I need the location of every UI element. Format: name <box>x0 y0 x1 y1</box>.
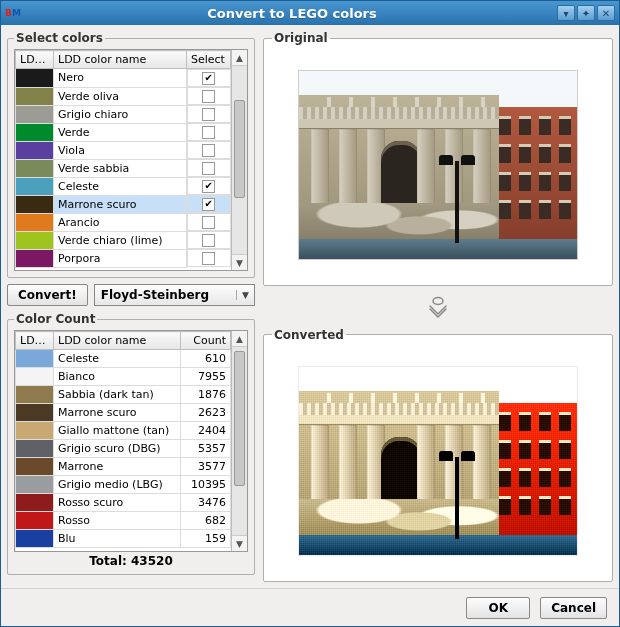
close-button[interactable]: ✕ <box>597 5 615 21</box>
color-swatch <box>16 87 54 105</box>
chevron-down-icon: ▼ <box>236 290 254 300</box>
dither-select[interactable]: Floyd-Steinberg ▼ <box>94 284 255 306</box>
scrollbar[interactable]: ▲ ▼ <box>231 50 247 270</box>
table-row[interactable]: Grigio scuro (DBG)5357 <box>16 440 231 458</box>
select-colors-table[interactable]: LDD ... LDD color name Select Nero✔Verde… <box>15 50 231 268</box>
col-ldd[interactable]: LDD ... <box>16 51 54 69</box>
minimize-button[interactable]: ▾ <box>557 5 575 21</box>
scroll-down-icon[interactable]: ▼ <box>232 535 247 551</box>
table-row[interactable]: Marrone scuro2623 <box>16 404 231 422</box>
color-swatch <box>16 159 54 177</box>
select-checkbox[interactable]: ✔ <box>187 195 231 213</box>
table-row[interactable]: Celeste610 <box>16 350 231 368</box>
select-checkbox[interactable] <box>187 213 231 231</box>
color-name: Bianco <box>54 368 181 386</box>
color-swatch <box>16 530 54 548</box>
table-row[interactable]: Verde chiaro (lime) <box>16 231 231 249</box>
converted-image <box>298 366 578 556</box>
table-row[interactable]: Blu159 <box>16 530 231 548</box>
table-row[interactable]: Marrone scuro✔ <box>16 195 231 213</box>
table-row[interactable]: Porpora <box>16 249 231 267</box>
app-icon: BM <box>5 5 21 21</box>
titlebar[interactable]: BM Convert to LEGO colors ▾ ✦ ✕ <box>1 1 619 25</box>
table-row[interactable]: Sabbia (dark tan)1876 <box>16 386 231 404</box>
ok-button[interactable]: OK <box>466 597 530 619</box>
table-row[interactable]: Verde oliva <box>16 87 231 105</box>
table-row[interactable]: Celeste✔ <box>16 177 231 195</box>
table-row[interactable]: Verde sabbia <box>16 159 231 177</box>
color-name: Arancio <box>54 213 187 231</box>
col-count[interactable]: Count <box>181 332 231 350</box>
original-image <box>298 70 578 260</box>
color-count: 7955 <box>181 368 231 386</box>
color-swatch <box>16 350 54 368</box>
color-name: Grigio medio (LBG) <box>54 476 181 494</box>
color-swatch <box>16 69 54 88</box>
select-checkbox[interactable] <box>187 159 231 177</box>
color-name: Marrone scuro <box>54 195 187 213</box>
col-name[interactable]: LDD color name <box>54 332 181 350</box>
table-row[interactable]: Rosso scuro3476 <box>16 494 231 512</box>
color-name: Verde chiaro (lime) <box>54 231 187 249</box>
select-checkbox[interactable]: ✔ <box>187 177 231 195</box>
color-swatch <box>16 422 54 440</box>
dialog-footer: OK Cancel <box>1 588 619 626</box>
color-name: Giallo mattone (tan) <box>54 422 181 440</box>
color-name: Porpora <box>54 249 187 267</box>
col-name[interactable]: LDD color name <box>54 51 187 69</box>
select-checkbox[interactable] <box>187 249 231 267</box>
color-name: Blu <box>54 530 181 548</box>
table-row[interactable]: Verde <box>16 123 231 141</box>
color-name: Celeste <box>54 350 181 368</box>
color-swatch <box>16 386 54 404</box>
cancel-button[interactable]: Cancel <box>540 597 607 619</box>
select-checkbox[interactable] <box>187 141 231 159</box>
select-checkbox[interactable] <box>187 105 231 123</box>
select-checkbox[interactable] <box>187 87 231 105</box>
select-checkbox[interactable]: ✔ <box>187 69 231 87</box>
color-name: Nero <box>54 69 187 88</box>
scroll-up-icon[interactable]: ▲ <box>232 50 247 66</box>
table-row[interactable]: Rosso682 <box>16 512 231 530</box>
table-row[interactable]: Nero✔ <box>16 69 231 88</box>
total-row: Total: 43520 <box>14 552 248 568</box>
table-row[interactable]: Bianco7955 <box>16 368 231 386</box>
color-swatch <box>16 440 54 458</box>
dither-value: Floyd-Steinberg <box>95 288 236 302</box>
color-swatch <box>16 476 54 494</box>
table-row[interactable]: Grigio chiaro <box>16 105 231 123</box>
scrollbar[interactable]: ▲ ▼ <box>231 331 247 551</box>
color-swatch <box>16 105 54 123</box>
color-name: Viola <box>54 141 187 159</box>
table-row[interactable]: Giallo mattone (tan)2404 <box>16 422 231 440</box>
color-swatch <box>16 512 54 530</box>
table-row[interactable]: Viola <box>16 141 231 159</box>
color-name: Grigio chiaro <box>54 105 187 123</box>
color-count: 2404 <box>181 422 231 440</box>
color-count-table[interactable]: LDD... LDD color name Count Celeste610Bi… <box>15 331 231 548</box>
select-checkbox[interactable] <box>187 231 231 249</box>
color-name: Marrone scuro <box>54 404 181 422</box>
color-swatch <box>16 494 54 512</box>
color-count: 610 <box>181 350 231 368</box>
window-title: Convert to LEGO colors <box>27 6 557 21</box>
col-ldd[interactable]: LDD... <box>16 332 54 350</box>
color-name: Rosso scuro <box>54 494 181 512</box>
select-checkbox[interactable] <box>187 123 231 141</box>
maximize-button[interactable]: ✦ <box>577 5 595 21</box>
table-row[interactable]: Arancio <box>16 213 231 231</box>
convert-button[interactable]: Convert! <box>7 284 88 306</box>
table-row[interactable]: Grigio medio (LBG)10395 <box>16 476 231 494</box>
col-select[interactable]: Select <box>187 51 231 69</box>
color-name: Marrone <box>54 458 181 476</box>
svg-point-0 <box>433 297 443 304</box>
scroll-down-icon[interactable]: ▼ <box>232 254 247 270</box>
scroll-up-icon[interactable]: ▲ <box>232 331 247 347</box>
color-count: 3476 <box>181 494 231 512</box>
select-colors-group: Select colors LDD ... LDD color name Sel… <box>7 31 255 278</box>
color-name: Celeste <box>54 177 187 195</box>
color-swatch <box>16 368 54 386</box>
color-swatch <box>16 213 54 231</box>
color-name: Verde sabbia <box>54 159 187 177</box>
table-row[interactable]: Marrone3577 <box>16 458 231 476</box>
